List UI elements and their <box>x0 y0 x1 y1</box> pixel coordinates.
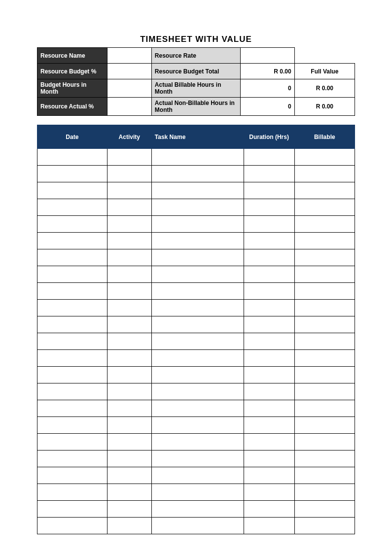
cell-date[interactable] <box>37 450 107 467</box>
cell-activity[interactable] <box>107 450 151 467</box>
cell-task[interactable] <box>151 333 244 350</box>
cell-activity[interactable] <box>107 300 151 316</box>
cell-billable[interactable] <box>294 333 355 350</box>
cell-billable[interactable] <box>294 450 355 467</box>
cell-task[interactable] <box>151 199 244 216</box>
cell-date[interactable] <box>37 182 107 199</box>
cell-task[interactable] <box>151 383 244 400</box>
cell-billable[interactable] <box>294 350 355 367</box>
cell-billable[interactable] <box>294 182 355 199</box>
cell-task[interactable] <box>151 501 244 518</box>
cell-activity[interactable] <box>107 199 151 216</box>
cell-activity[interactable] <box>107 316 151 333</box>
cell-billable[interactable] <box>294 484 355 501</box>
cell-task[interactable] <box>151 316 244 333</box>
cell-task[interactable] <box>151 266 244 283</box>
cell-date[interactable] <box>37 283 107 300</box>
cell-activity[interactable] <box>107 149 151 166</box>
cell-date[interactable] <box>37 149 107 166</box>
cell-date[interactable] <box>37 467 107 484</box>
cell-task[interactable] <box>151 249 244 266</box>
cell-duration[interactable] <box>244 501 294 518</box>
cell-date[interactable] <box>37 300 107 316</box>
value-resource-budget-pct[interactable] <box>107 64 151 79</box>
cell-duration[interactable] <box>244 166 294 182</box>
cell-duration[interactable] <box>244 283 294 300</box>
cell-billable[interactable] <box>294 316 355 333</box>
cell-duration[interactable] <box>244 417 294 434</box>
cell-duration[interactable] <box>244 434 294 450</box>
cell-date[interactable] <box>37 367 107 383</box>
cell-date[interactable] <box>37 249 107 266</box>
cell-task[interactable] <box>151 367 244 383</box>
cell-duration[interactable] <box>244 316 294 333</box>
cell-duration[interactable] <box>244 484 294 501</box>
cell-duration[interactable] <box>244 182 294 199</box>
cell-date[interactable] <box>37 383 107 400</box>
cell-duration[interactable] <box>244 383 294 400</box>
cell-date[interactable] <box>37 350 107 367</box>
cell-activity[interactable] <box>107 367 151 383</box>
cell-task[interactable] <box>151 216 244 233</box>
cell-task[interactable] <box>151 283 244 300</box>
cell-task[interactable] <box>151 484 244 501</box>
cell-activity[interactable] <box>107 484 151 501</box>
cell-billable[interactable] <box>294 233 355 249</box>
cell-duration[interactable] <box>244 367 294 383</box>
cell-billable[interactable] <box>294 149 355 166</box>
cell-billable[interactable] <box>294 367 355 383</box>
cell-duration[interactable] <box>244 518 294 534</box>
cell-task[interactable] <box>151 434 244 450</box>
cell-activity[interactable] <box>107 166 151 182</box>
cell-date[interactable] <box>37 501 107 518</box>
cell-activity[interactable] <box>107 417 151 434</box>
cell-activity[interactable] <box>107 434 151 450</box>
cell-date[interactable] <box>37 484 107 501</box>
cell-date[interactable] <box>37 266 107 283</box>
cell-activity[interactable] <box>107 501 151 518</box>
cell-billable[interactable] <box>294 434 355 450</box>
cell-duration[interactable] <box>244 149 294 166</box>
cell-billable[interactable] <box>294 383 355 400</box>
value-resource-name[interactable] <box>107 48 151 64</box>
cell-date[interactable] <box>37 199 107 216</box>
cell-billable[interactable] <box>294 283 355 300</box>
cell-billable[interactable] <box>294 501 355 518</box>
cell-task[interactable] <box>151 467 244 484</box>
cell-task[interactable] <box>151 350 244 367</box>
value-resource-actual-pct[interactable] <box>107 98 151 116</box>
cell-billable[interactable] <box>294 417 355 434</box>
cell-duration[interactable] <box>244 266 294 283</box>
cell-activity[interactable] <box>107 350 151 367</box>
cell-duration[interactable] <box>244 249 294 266</box>
value-resource-rate[interactable] <box>241 48 294 64</box>
cell-date[interactable] <box>37 434 107 450</box>
cell-billable[interactable] <box>294 518 355 534</box>
cell-date[interactable] <box>37 518 107 534</box>
cell-billable[interactable] <box>294 249 355 266</box>
cell-activity[interactable] <box>107 400 151 417</box>
cell-activity[interactable] <box>107 182 151 199</box>
cell-duration[interactable] <box>244 350 294 367</box>
cell-task[interactable] <box>151 166 244 182</box>
cell-duration[interactable] <box>244 216 294 233</box>
cell-billable[interactable] <box>294 300 355 316</box>
cell-activity[interactable] <box>107 216 151 233</box>
cell-activity[interactable] <box>107 283 151 300</box>
cell-billable[interactable] <box>294 400 355 417</box>
cell-task[interactable] <box>151 300 244 316</box>
cell-duration[interactable] <box>244 400 294 417</box>
cell-billable[interactable] <box>294 166 355 182</box>
cell-activity[interactable] <box>107 233 151 249</box>
cell-date[interactable] <box>37 216 107 233</box>
cell-date[interactable] <box>37 233 107 249</box>
cell-duration[interactable] <box>244 450 294 467</box>
cell-activity[interactable] <box>107 333 151 350</box>
cell-task[interactable] <box>151 182 244 199</box>
cell-activity[interactable] <box>107 383 151 400</box>
cell-task[interactable] <box>151 233 244 249</box>
cell-activity[interactable] <box>107 467 151 484</box>
cell-task[interactable] <box>151 450 244 467</box>
cell-activity[interactable] <box>107 518 151 534</box>
cell-date[interactable] <box>37 417 107 434</box>
